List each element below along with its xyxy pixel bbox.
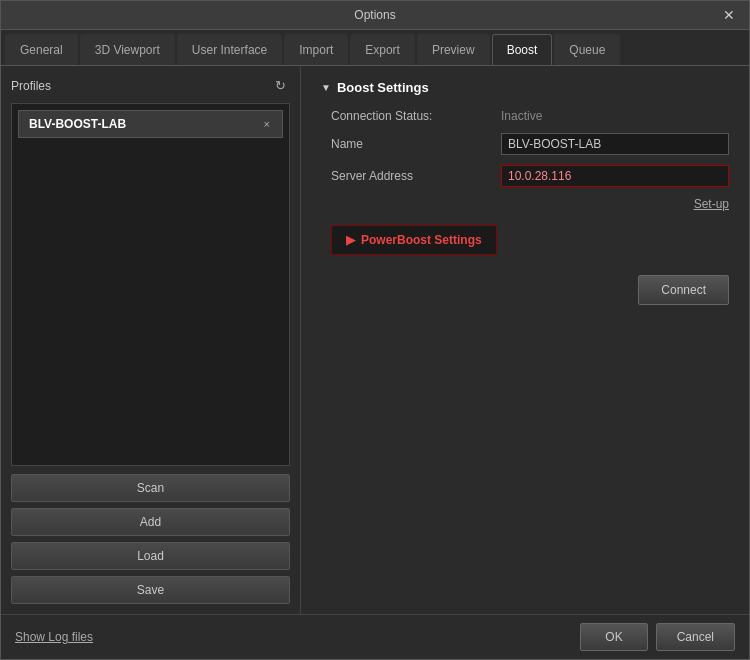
form-grid: Connection Status: Inactive Name Server …	[331, 109, 729, 211]
bottom-buttons: OK Cancel	[580, 623, 735, 651]
cancel-button[interactable]: Cancel	[656, 623, 735, 651]
server-address-input[interactable]	[501, 165, 729, 187]
server-address-label: Server Address	[331, 169, 491, 183]
tab-export[interactable]: Export	[350, 34, 415, 65]
tab-preview[interactable]: Preview	[417, 34, 490, 65]
boost-settings-header: ▼ Boost Settings	[321, 80, 729, 95]
dialog-title: Options	[254, 8, 497, 22]
scan-button[interactable]: Scan	[11, 474, 290, 502]
load-button[interactable]: Load	[11, 542, 290, 570]
title-bar: Options ✕	[1, 1, 749, 30]
powerboost-label: PowerBoost Settings	[361, 233, 482, 247]
powerboost-arrow-icon: ▶	[346, 233, 355, 247]
action-buttons: Scan Add Load Save	[11, 474, 290, 604]
profiles-label: Profiles	[11, 79, 51, 93]
collapse-arrow-icon[interactable]: ▼	[321, 82, 331, 93]
tab-import[interactable]: Import	[284, 34, 348, 65]
name-input[interactable]	[501, 133, 729, 155]
profiles-header: Profiles ↻	[11, 76, 290, 95]
boost-settings-title: Boost Settings	[337, 80, 429, 95]
tab-user-interface[interactable]: User Interface	[177, 34, 282, 65]
tab-general[interactable]: General	[5, 34, 78, 65]
boost-settings-content: Connection Status: Inactive Name Server …	[321, 109, 729, 305]
add-button[interactable]: Add	[11, 508, 290, 536]
left-panel: Profiles ↻ BLV-BOOST-LAB × Scan Add Load…	[1, 66, 301, 614]
ok-button[interactable]: OK	[580, 623, 647, 651]
tab-queue[interactable]: Queue	[554, 34, 620, 65]
main-content: Profiles ↻ BLV-BOOST-LAB × Scan Add Load…	[1, 66, 749, 614]
profile-item-close-button[interactable]: ×	[262, 118, 272, 130]
close-button[interactable]: ✕	[719, 7, 739, 23]
setup-link[interactable]: Set-up	[501, 197, 729, 211]
tab-boost[interactable]: Boost	[492, 34, 553, 65]
profile-item[interactable]: BLV-BOOST-LAB ×	[18, 110, 283, 138]
options-dialog: Options ✕ General 3D Viewport User Inter…	[0, 0, 750, 660]
show-log-link[interactable]: Show Log files	[15, 630, 93, 644]
bottom-bar: Show Log files OK Cancel	[1, 614, 749, 659]
powerboost-settings-button[interactable]: ▶ PowerBoost Settings	[331, 225, 497, 255]
connection-status-value: Inactive	[501, 109, 729, 123]
profiles-list[interactable]: BLV-BOOST-LAB ×	[11, 103, 290, 466]
save-button[interactable]: Save	[11, 576, 290, 604]
profile-item-name: BLV-BOOST-LAB	[29, 117, 126, 131]
connect-button[interactable]: Connect	[638, 275, 729, 305]
tab-bar: General 3D Viewport User Interface Impor…	[1, 30, 749, 66]
refresh-button[interactable]: ↻	[271, 76, 290, 95]
connection-status-label: Connection Status:	[331, 109, 491, 123]
name-label: Name	[331, 137, 491, 151]
tab-3d-viewport[interactable]: 3D Viewport	[80, 34, 175, 65]
right-panel: ▼ Boost Settings Connection Status: Inac…	[301, 66, 749, 614]
